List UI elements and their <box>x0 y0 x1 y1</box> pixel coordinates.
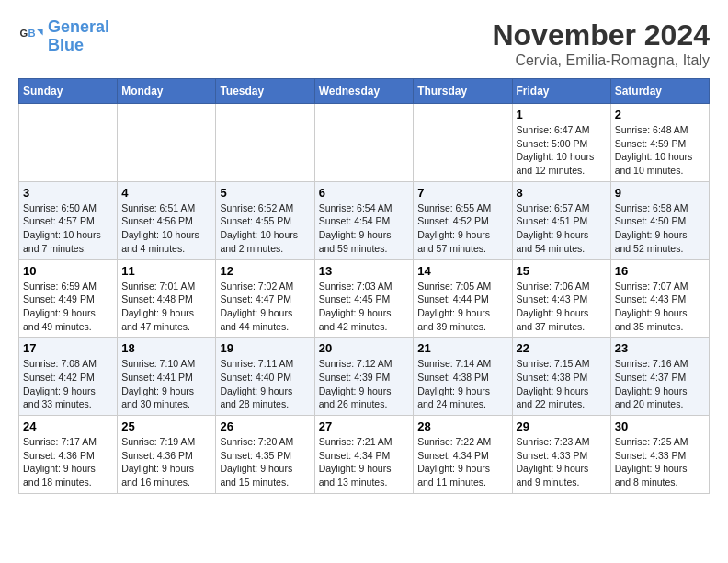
day-number: 24 <box>23 419 113 433</box>
day-number: 26 <box>220 419 310 433</box>
calendar-cell: 25Sunrise: 7:19 AMSunset: 4:36 PMDayligh… <box>118 416 216 494</box>
logo: G B General Blue <box>18 18 109 55</box>
title-section: November 2024 Cervia, Emilia-Romagna, It… <box>492 18 710 69</box>
calendar-cell: 22Sunrise: 7:15 AMSunset: 4:38 PMDayligh… <box>512 338 610 416</box>
day-number: 13 <box>319 264 410 278</box>
calendar-cell: 2Sunrise: 6:48 AMSunset: 4:59 PMDaylight… <box>610 104 709 182</box>
day-number: 25 <box>121 419 211 433</box>
day-number: 27 <box>319 419 410 433</box>
day-number: 20 <box>319 341 410 355</box>
day-info: Sunrise: 7:11 AMSunset: 4:40 PMDaylight:… <box>220 357 310 411</box>
day-number: 8 <box>517 186 607 200</box>
day-number: 6 <box>319 186 410 200</box>
week-row-1: 3Sunrise: 6:50 AMSunset: 4:57 PMDaylight… <box>19 181 710 259</box>
calendar-cell: 17Sunrise: 7:08 AMSunset: 4:42 PMDayligh… <box>19 338 118 416</box>
day-info: Sunrise: 6:54 AMSunset: 4:54 PMDaylight:… <box>319 201 410 256</box>
day-info: Sunrise: 7:17 AMSunset: 4:36 PMDaylight:… <box>23 435 113 489</box>
calendar-cell: 5Sunrise: 6:52 AMSunset: 4:55 PMDaylight… <box>216 181 314 259</box>
calendar-cell: 3Sunrise: 6:50 AMSunset: 4:57 PMDaylight… <box>19 181 118 259</box>
day-number: 11 <box>121 264 211 278</box>
day-info: Sunrise: 7:21 AMSunset: 4:34 PMDaylight:… <box>319 435 410 489</box>
weekday-header-monday: Monday <box>118 79 216 104</box>
day-number: 23 <box>615 341 705 355</box>
calendar-cell: 4Sunrise: 6:51 AMSunset: 4:56 PMDaylight… <box>118 181 216 259</box>
day-info: Sunrise: 7:19 AMSunset: 4:36 PMDaylight:… <box>121 435 211 489</box>
weekday-header-row: SundayMondayTuesdayWednesdayThursdayFrid… <box>19 79 710 104</box>
day-info: Sunrise: 7:03 AMSunset: 4:45 PMDaylight:… <box>319 280 410 334</box>
day-info: Sunrise: 6:57 AMSunset: 4:51 PMDaylight:… <box>517 201 607 256</box>
calendar-table: SundayMondayTuesdayWednesdayThursdayFrid… <box>18 78 710 494</box>
calendar-cell <box>19 104 118 182</box>
weekday-header-saturday: Saturday <box>610 79 709 104</box>
calendar-cell <box>414 104 512 182</box>
day-info: Sunrise: 6:58 AMSunset: 4:50 PMDaylight:… <box>615 201 705 256</box>
calendar-cell <box>216 104 314 182</box>
day-number: 15 <box>517 264 607 278</box>
calendar-cell: 9Sunrise: 6:58 AMSunset: 4:50 PMDaylight… <box>610 181 709 259</box>
svg-text:G: G <box>19 28 28 39</box>
day-number: 10 <box>23 264 113 278</box>
calendar-cell: 11Sunrise: 7:01 AMSunset: 4:48 PMDayligh… <box>118 259 216 338</box>
calendar-cell: 1Sunrise: 6:47 AMSunset: 5:00 PMDaylight… <box>512 104 610 182</box>
day-info: Sunrise: 7:14 AMSunset: 4:38 PMDaylight:… <box>417 357 507 411</box>
day-info: Sunrise: 7:07 AMSunset: 4:43 PMDaylight:… <box>615 280 705 334</box>
day-number: 3 <box>23 186 113 200</box>
day-info: Sunrise: 7:15 AMSunset: 4:38 PMDaylight:… <box>517 357 607 411</box>
week-row-0: 1Sunrise: 6:47 AMSunset: 5:00 PMDaylight… <box>19 104 710 182</box>
calendar-cell: 14Sunrise: 7:05 AMSunset: 4:44 PMDayligh… <box>414 259 512 338</box>
month-title: November 2024 <box>492 18 710 52</box>
day-number: 19 <box>220 341 310 355</box>
day-info: Sunrise: 7:16 AMSunset: 4:37 PMDaylight:… <box>615 357 705 411</box>
day-info: Sunrise: 6:55 AMSunset: 4:52 PMDaylight:… <box>417 201 507 256</box>
week-row-2: 10Sunrise: 6:59 AMSunset: 4:49 PMDayligh… <box>19 259 710 338</box>
calendar-cell: 13Sunrise: 7:03 AMSunset: 4:45 PMDayligh… <box>314 259 414 338</box>
day-number: 9 <box>615 186 705 200</box>
day-info: Sunrise: 6:48 AMSunset: 4:59 PMDaylight:… <box>615 123 705 178</box>
day-number: 4 <box>121 186 211 200</box>
day-number: 12 <box>220 264 310 278</box>
day-info: Sunrise: 7:01 AMSunset: 4:48 PMDaylight:… <box>121 280 211 334</box>
day-number: 29 <box>517 419 607 433</box>
day-info: Sunrise: 7:25 AMSunset: 4:33 PMDaylight:… <box>615 435 705 489</box>
day-number: 5 <box>220 186 310 200</box>
day-number: 30 <box>615 419 705 433</box>
day-info: Sunrise: 7:02 AMSunset: 4:47 PMDaylight:… <box>220 280 310 334</box>
calendar-cell: 28Sunrise: 7:22 AMSunset: 4:34 PMDayligh… <box>414 416 512 494</box>
day-info: Sunrise: 7:12 AMSunset: 4:39 PMDaylight:… <box>319 357 410 411</box>
calendar-cell: 23Sunrise: 7:16 AMSunset: 4:37 PMDayligh… <box>610 338 709 416</box>
day-number: 21 <box>417 341 507 355</box>
logo-icon: G B <box>18 24 44 50</box>
calendar-cell: 29Sunrise: 7:23 AMSunset: 4:33 PMDayligh… <box>512 416 610 494</box>
svg-marker-2 <box>37 29 43 35</box>
calendar-cell: 26Sunrise: 7:20 AMSunset: 4:35 PMDayligh… <box>216 416 314 494</box>
calendar-cell: 21Sunrise: 7:14 AMSunset: 4:38 PMDayligh… <box>414 338 512 416</box>
calendar-cell <box>118 104 216 182</box>
day-info: Sunrise: 7:10 AMSunset: 4:41 PMDaylight:… <box>121 357 211 411</box>
day-info: Sunrise: 7:06 AMSunset: 4:43 PMDaylight:… <box>517 280 607 334</box>
day-info: Sunrise: 6:47 AMSunset: 5:00 PMDaylight:… <box>517 123 607 178</box>
week-row-4: 24Sunrise: 7:17 AMSunset: 4:36 PMDayligh… <box>19 416 710 494</box>
calendar-cell: 20Sunrise: 7:12 AMSunset: 4:39 PMDayligh… <box>314 338 414 416</box>
calendar-cell: 27Sunrise: 7:21 AMSunset: 4:34 PMDayligh… <box>314 416 414 494</box>
calendar-cell: 24Sunrise: 7:17 AMSunset: 4:36 PMDayligh… <box>19 416 118 494</box>
day-number: 22 <box>517 341 607 355</box>
day-number: 16 <box>615 264 705 278</box>
weekday-header-thursday: Thursday <box>414 79 512 104</box>
day-info: Sunrise: 7:23 AMSunset: 4:33 PMDaylight:… <box>517 435 607 489</box>
logo-text-line2: Blue <box>48 37 109 55</box>
weekday-header-sunday: Sunday <box>19 79 118 104</box>
weekday-header-friday: Friday <box>512 79 610 104</box>
day-info: Sunrise: 7:08 AMSunset: 4:42 PMDaylight:… <box>23 357 113 411</box>
day-number: 28 <box>417 419 507 433</box>
weekday-header-tuesday: Tuesday <box>216 79 314 104</box>
day-number: 18 <box>121 341 211 355</box>
day-info: Sunrise: 7:20 AMSunset: 4:35 PMDaylight:… <box>220 435 310 489</box>
calendar-cell: 16Sunrise: 7:07 AMSunset: 4:43 PMDayligh… <box>610 259 709 338</box>
logo-text-line1: General <box>48 18 109 37</box>
calendar-cell: 12Sunrise: 7:02 AMSunset: 4:47 PMDayligh… <box>216 259 314 338</box>
calendar-cell: 15Sunrise: 7:06 AMSunset: 4:43 PMDayligh… <box>512 259 610 338</box>
day-number: 14 <box>417 264 507 278</box>
svg-text:B: B <box>28 28 36 39</box>
calendar-cell: 18Sunrise: 7:10 AMSunset: 4:41 PMDayligh… <box>118 338 216 416</box>
week-row-3: 17Sunrise: 7:08 AMSunset: 4:42 PMDayligh… <box>19 338 710 416</box>
